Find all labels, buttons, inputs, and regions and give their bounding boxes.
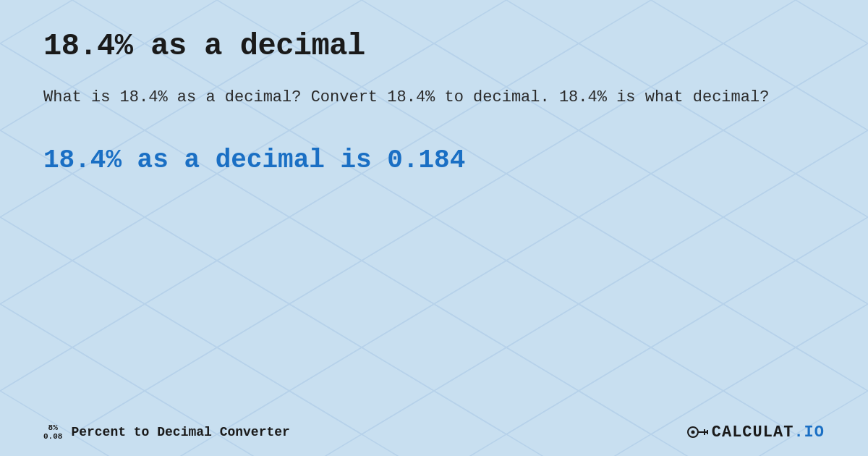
percent-top: 8% — [48, 423, 58, 432]
percent-badge: 8% 0.08 — [43, 423, 62, 441]
footer-right: CALCULAT.IO — [687, 423, 825, 442]
content-wrapper: 18.4% as a decimal What is 18.4% as a de… — [0, 0, 868, 456]
svg-point-65 — [691, 431, 694, 434]
footer-left: 8% 0.08 Percent to Decimal Converter — [43, 423, 290, 441]
page-title: 18.4% as a decimal — [43, 29, 825, 64]
logo-text: CALCULAT.IO — [712, 423, 825, 442]
calculat-logo: CALCULAT.IO — [687, 423, 825, 442]
logo-icon — [687, 423, 709, 442]
footer-label: Percent to Decimal Converter — [71, 425, 289, 439]
footer: 8% 0.08 Percent to Decimal Converter CAL… — [43, 423, 825, 442]
description-text: What is 18.4% as a decimal? Convert 18.4… — [43, 85, 825, 109]
percent-bottom: 0.08 — [43, 432, 62, 441]
result-text: 18.4% as a decimal is 0.184 — [43, 145, 825, 175]
